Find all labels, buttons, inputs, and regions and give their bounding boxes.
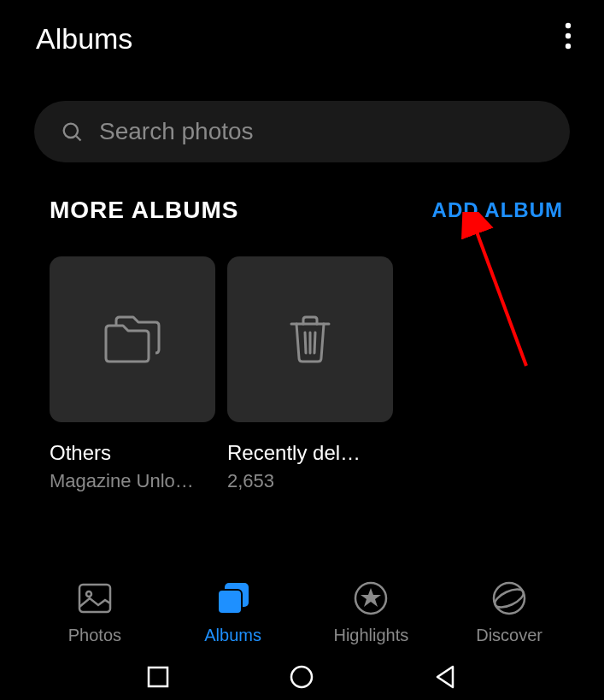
albums-grid: Others Magazine Unlo… Recently del… 2,65… [50, 256, 604, 492]
nav-recent-button[interactable] [147, 666, 169, 688]
album-subtitle: 2,653 [227, 470, 393, 492]
android-nav-bar [0, 654, 604, 700]
tab-label: Albums [204, 626, 261, 645]
tab-label: Photos [68, 626, 121, 645]
album-thumbnail [227, 256, 393, 422]
section-title: MORE ALBUMS [50, 197, 239, 224]
page-title: Albums [36, 22, 132, 56]
svg-point-11 [86, 591, 91, 597]
albums-icon [214, 579, 252, 617]
bottom-tabs: Photos Albums Highlights Discover [0, 579, 604, 645]
square-icon [147, 666, 169, 688]
album-subtitle: Magazine Unlo… [50, 470, 215, 492]
highlights-icon [352, 579, 390, 617]
tab-highlights[interactable]: Highlights [320, 579, 422, 645]
album-title: Recently del… [227, 441, 393, 465]
svg-line-4 [76, 136, 80, 140]
tab-discover[interactable]: Discover [458, 579, 560, 645]
svg-point-2 [566, 44, 571, 49]
album-thumbnail [50, 256, 215, 422]
trash-icon [280, 314, 340, 365]
svg-rect-17 [149, 668, 167, 686]
svg-rect-10 [79, 585, 110, 612]
album-title: Others [50, 441, 215, 465]
svg-point-3 [64, 124, 78, 138]
tab-albums[interactable]: Albums [182, 579, 284, 645]
svg-rect-13 [218, 590, 242, 614]
svg-point-0 [566, 23, 571, 28]
section-header: MORE ALBUMS ADD ALBUM [50, 197, 563, 224]
photos-icon [76, 579, 114, 617]
nav-back-button[interactable] [434, 665, 458, 689]
svg-line-7 [314, 332, 315, 353]
folder-icon [103, 314, 162, 365]
album-item-others[interactable]: Others Magazine Unlo… [50, 256, 215, 492]
more-vertical-icon [565, 22, 572, 50]
tab-label: Highlights [333, 626, 408, 645]
more-menu-button[interactable] [558, 15, 578, 62]
svg-point-18 [291, 667, 312, 687]
search-icon [60, 120, 84, 144]
svg-line-5 [305, 332, 306, 353]
album-item-recently-deleted[interactable]: Recently del… 2,653 [227, 256, 393, 492]
tab-label: Discover [476, 626, 542, 645]
circle-icon [289, 664, 314, 690]
nav-home-button[interactable] [289, 664, 314, 690]
add-album-button[interactable]: ADD ALBUM [432, 198, 563, 222]
search-input[interactable] [99, 118, 544, 145]
svg-point-1 [566, 33, 571, 38]
discover-icon [490, 579, 528, 617]
triangle-back-icon [434, 665, 458, 689]
header: Albums [0, 0, 604, 77]
tab-photos[interactable]: Photos [44, 579, 146, 645]
search-bar[interactable] [34, 101, 570, 162]
